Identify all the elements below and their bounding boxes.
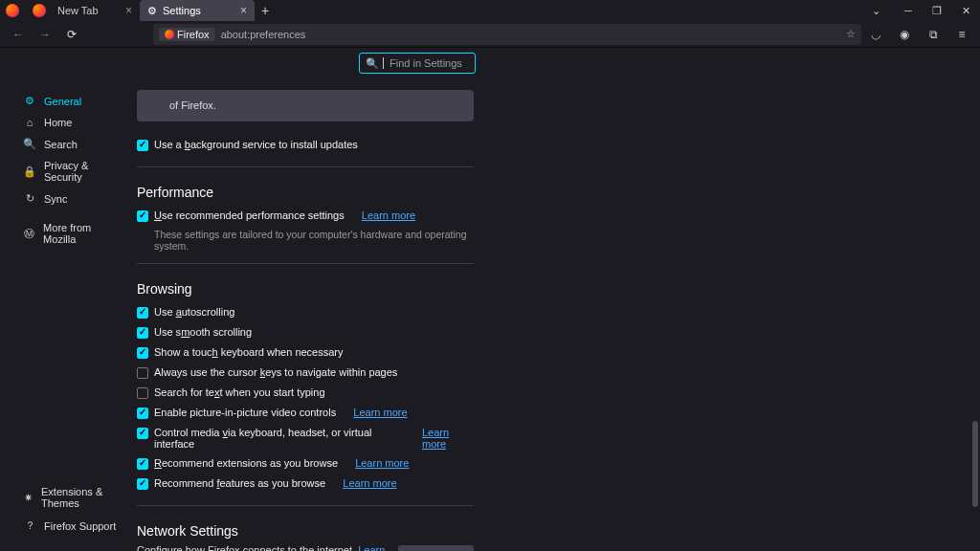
sidebar-item-label: Search	[44, 139, 78, 150]
find-in-settings-input[interactable]: 🔍Find in Settings	[359, 53, 476, 74]
checkbox-label: Recommend features as you browse	[154, 477, 325, 489]
sidebar-item-label: More from Mozilla	[43, 222, 122, 245]
close-icon[interactable]: ×	[125, 4, 132, 17]
checkbox-icon[interactable]	[137, 140, 148, 151]
sidebar-item-label: Firefox Support	[44, 520, 116, 532]
checkbox-touch-keyboard[interactable]: Show a touch keyboard when necessary	[137, 342, 474, 363]
checkbox-recommend-feat[interactable]: Recommend features as you browse Learn m…	[137, 474, 474, 494]
gear-icon: ⚙	[147, 5, 157, 17]
checkbox-icon[interactable]	[137, 408, 148, 419]
close-button[interactable]: ✕	[951, 0, 980, 21]
sidebar-item-extensions[interactable]: ✷Extensions & Themes	[0, 481, 129, 514]
firefox-icon	[165, 30, 174, 39]
tabs-overflow-icon[interactable]: ⌄	[861, 0, 890, 21]
checkbox-background-update[interactable]: Use a background service to install upda…	[137, 135, 474, 155]
sidebar-item-search[interactable]: 🔍Search	[0, 133, 129, 155]
checkbox-label: Show a touch keyboard when necessary	[154, 346, 344, 358]
home-icon: ⌂	[23, 117, 36, 128]
pocket-icon[interactable]: ◡	[863, 23, 888, 46]
forward-button: →	[33, 23, 57, 46]
checkbox-icon[interactable]	[137, 367, 148, 379]
checkbox-label: Always use the cursor keys to navigate w…	[154, 366, 397, 378]
network-text: Configure how Firefox connects to the in…	[137, 544, 387, 552]
extensions-icon[interactable]: ⧉	[921, 23, 946, 46]
sidebar-item-label: Home	[44, 117, 72, 128]
info-text: of Firefox.	[169, 99, 216, 111]
mozilla-icon: Ⓜ	[23, 227, 35, 241]
checkbox-pip[interactable]: Enable picture-in-picture video controls…	[137, 403, 474, 423]
learn-more-link[interactable]: Learn more	[343, 477, 396, 489]
checkbox-icon[interactable]	[137, 458, 148, 470]
reload-button[interactable]: ⟳	[59, 23, 84, 46]
checkbox-label: Search for text when you start typing	[154, 386, 325, 398]
search-icon: 🔍	[23, 138, 36, 150]
identity-label: Firefox	[177, 29, 210, 40]
sidebar-item-general[interactable]: ⚙General	[0, 90, 129, 112]
sidebar-item-support[interactable]: ？Firefox Support	[0, 514, 129, 538]
firefox-app-icon	[6, 4, 19, 17]
window-controls: ⌄ ─ ❐ ✕	[861, 0, 980, 21]
url-text: about:preferences	[221, 29, 306, 40]
network-settings-button[interactable]: Settings…	[398, 545, 474, 552]
checkbox-icon[interactable]	[137, 327, 148, 339]
checkbox-autoscroll[interactable]: Use autoscrolling	[137, 302, 474, 322]
sidebar-item-sync[interactable]: ↻Sync	[0, 187, 129, 209]
firefox-page-icon	[33, 4, 46, 17]
tab-label: New Tab	[57, 5, 99, 16]
learn-more-link[interactable]: Learn more	[362, 209, 415, 221]
checkbox-icon[interactable]	[137, 210, 148, 222]
toolbar-icons: ◡ ◉ ⧉ ≡	[863, 23, 974, 46]
find-placeholder: Find in Settings	[390, 57, 462, 69]
identity-badge[interactable]: Firefox	[159, 28, 215, 41]
sidebar-item-label: Sync	[44, 193, 67, 205]
tab-new-tab[interactable]: New Tab ×	[25, 0, 140, 21]
new-tab-button[interactable]: +	[255, 0, 276, 21]
address-bar[interactable]: Firefox about:preferences ☆	[153, 24, 861, 45]
sidebar-item-label: Extensions & Themes	[41, 486, 122, 509]
perf-hint: These settings are tailored to your comp…	[154, 229, 474, 252]
scrollbar-thumb[interactable]	[972, 421, 978, 507]
bookmark-star-icon[interactable]: ☆	[846, 28, 856, 40]
learn-more-link[interactable]: Learn more	[353, 407, 407, 418]
menu-icon[interactable]: ≡	[949, 23, 974, 46]
checkbox-label: Use a background service to install upda…	[154, 139, 358, 150]
tab-settings[interactable]: ⚙ Settings ×	[140, 0, 255, 21]
close-icon[interactable]: ×	[240, 4, 247, 17]
title-bar: New Tab × ⚙ Settings × + ⌄ ─ ❐ ✕	[0, 0, 980, 21]
sidebar-item-label: General	[44, 96, 81, 107]
checkbox-label: Recommend extensions as you browse	[154, 457, 338, 469]
checkbox-type-search[interactable]: Search for text when you start typing	[137, 383, 474, 403]
account-icon[interactable]: ◉	[892, 23, 917, 46]
checkbox-icon[interactable]	[137, 428, 148, 439]
checkbox-recommend-ext[interactable]: Recommend extensions as you browse Learn…	[137, 453, 474, 474]
lock-icon: 🔒	[23, 165, 36, 178]
checkbox-media-keys[interactable]: Control media via keyboard, headset, or …	[137, 423, 474, 453]
sidebar-item-home[interactable]: ⌂Home	[0, 112, 129, 133]
checkbox-icon[interactable]	[137, 307, 148, 319]
section-performance: Performance	[137, 185, 474, 200]
back-button[interactable]: ←	[6, 23, 31, 46]
sidebar-item-privacy[interactable]: 🔒Privacy & Security	[0, 155, 129, 187]
checkbox-label: Use autoscrolling	[154, 306, 234, 318]
info-box: of Firefox.	[137, 90, 474, 121]
help-icon: ？	[23, 518, 36, 533]
checkbox-icon[interactable]	[137, 347, 148, 359]
maximize-button[interactable]: ❐	[923, 0, 951, 21]
learn-more-link[interactable]: Learn more	[422, 427, 474, 450]
checkbox-recommended-perf[interactable]: Use recommended performance settings Lea…	[137, 206, 474, 226]
puzzle-icon: ✷	[23, 492, 33, 504]
sidebar-item-more[interactable]: ⓂMore from Mozilla	[0, 217, 129, 250]
section-network: Network Settings	[137, 523, 474, 539]
search-icon: 🔍	[366, 57, 379, 70]
checkbox-smooth-scroll[interactable]: Use smooth scrolling	[137, 322, 474, 342]
tab-strip: New Tab × ⚙ Settings × +	[0, 0, 276, 21]
sync-icon: ↻	[23, 192, 36, 205]
checkbox-icon[interactable]	[137, 478, 148, 490]
checkbox-icon[interactable]	[137, 387, 148, 399]
main-panel: of Firefox. Use a background service to …	[129, 48, 474, 551]
learn-more-link[interactable]: Learn more	[355, 457, 409, 469]
minimize-button[interactable]: ─	[894, 0, 923, 21]
checkbox-label: Enable picture-in-picture video controls	[154, 407, 336, 418]
checkbox-label: Control media via keyboard, headset, or …	[154, 427, 405, 450]
checkbox-cursor-keys[interactable]: Always use the cursor keys to navigate w…	[137, 363, 474, 383]
